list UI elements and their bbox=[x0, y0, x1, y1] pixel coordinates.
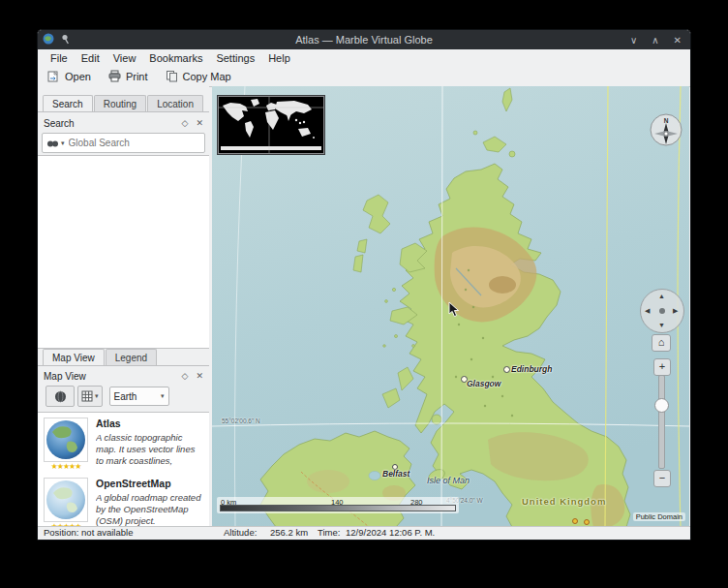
pan-down-icon[interactable]: ▼ bbox=[658, 322, 665, 328]
tab-routing[interactable]: Routing bbox=[94, 95, 146, 112]
zoom-slider-track[interactable] bbox=[658, 375, 665, 469]
pan-right-icon[interactable]: ▶ bbox=[673, 307, 678, 315]
glasgow-label: Glasgow bbox=[467, 379, 500, 388]
maximize-button[interactable]: ∧ bbox=[652, 35, 658, 46]
copy-map-button[interactable]: Copy Map bbox=[161, 68, 236, 85]
print-label: Print bbox=[126, 71, 148, 82]
status-altitude-label: Altitude: bbox=[224, 527, 257, 539]
search-panel-title: Search bbox=[44, 118, 75, 129]
theme-name: OpenStreetMap bbox=[96, 478, 204, 489]
toolbar: Open Print Copy Map bbox=[38, 67, 690, 87]
belfast-label: Belfast bbox=[382, 469, 410, 479]
tab-map-view[interactable]: Map View bbox=[43, 349, 105, 366]
tab-legend[interactable]: Legend bbox=[106, 349, 157, 366]
menu-settings[interactable]: Settings bbox=[209, 51, 261, 65]
open-button[interactable]: Open bbox=[43, 68, 96, 85]
pan-left-icon[interactable]: ◀ bbox=[645, 307, 650, 315]
search-field[interactable]: ▾ bbox=[42, 133, 205, 153]
copy-icon bbox=[166, 70, 178, 84]
status-altitude-value: 256.2 km bbox=[270, 527, 308, 539]
float-panel-icon[interactable]: ◇ bbox=[182, 371, 189, 381]
theme-name: Atlas bbox=[96, 418, 204, 429]
zoom-out-button[interactable]: − bbox=[653, 470, 671, 487]
zoom-slider-knob[interactable] bbox=[654, 398, 669, 413]
menu-file[interactable]: File bbox=[44, 51, 75, 65]
scale-gradient bbox=[220, 505, 456, 511]
theme-item-openstreetmap[interactable]: ★★★★★ OpenStreetMap A global roadmap cre… bbox=[38, 473, 209, 527]
window-title: Atlas — Marble Virtual Globe bbox=[38, 30, 690, 49]
menubar: File Edit View Bookmarks Settings Help bbox=[38, 49, 690, 67]
search-panel-header: Search ◇ ✕ bbox=[44, 116, 203, 130]
mouse-cursor-icon bbox=[448, 301, 460, 322]
menu-bookmarks[interactable]: Bookmarks bbox=[142, 51, 209, 65]
menu-help[interactable]: Help bbox=[261, 51, 297, 65]
poi-dot bbox=[572, 518, 578, 524]
pan-center-icon[interactable] bbox=[659, 308, 665, 314]
openstreetmap-thumbnail-icon bbox=[44, 478, 88, 522]
tab-location[interactable]: Location bbox=[147, 95, 203, 112]
search-results-list[interactable] bbox=[38, 155, 209, 349]
edinburgh-label: Edinburgh bbox=[511, 364, 553, 374]
isle-of-man-label: Isle of Man bbox=[427, 476, 470, 485]
close-panel-icon[interactable]: ✕ bbox=[196, 371, 203, 381]
pan-control[interactable]: ▲ ▼ ◀ ▶ bbox=[640, 289, 684, 333]
open-icon bbox=[47, 70, 60, 84]
map-view-controls: ▾ Earth ▾ bbox=[46, 386, 205, 407]
celestial-body-value: Earth bbox=[114, 391, 137, 402]
map-view-panel-title: Map View bbox=[44, 371, 86, 382]
print-button[interactable]: Print bbox=[104, 68, 153, 85]
poi-dot bbox=[584, 519, 590, 525]
united-kingdom-label: United Kingdom bbox=[522, 496, 606, 507]
status-position: Position: not available bbox=[44, 527, 133, 539]
search-input[interactable] bbox=[67, 137, 200, 149]
map-theme-list: ★★★★★ Atlas A classic topographic map. I… bbox=[38, 412, 209, 527]
projection-button[interactable] bbox=[46, 386, 75, 407]
map-canvas[interactable]: N ▲ ▼ ◀ ▶ ⌂ + − Glasgow Edinburgh Belfas… bbox=[212, 86, 689, 527]
search-scope-icon[interactable] bbox=[46, 135, 59, 152]
zoom-in-button[interactable]: + bbox=[653, 358, 671, 376]
theme-item-atlas[interactable]: ★★★★★ Atlas A classic topographic map. I… bbox=[38, 413, 209, 473]
close-panel-icon[interactable]: ✕ bbox=[196, 118, 203, 128]
map-view-panel-header: Map View ◇ ✕ bbox=[44, 369, 203, 383]
compass-icon[interactable]: N bbox=[649, 112, 683, 147]
edinburgh-marker[interactable] bbox=[503, 366, 510, 373]
float-panel-icon[interactable]: ◇ bbox=[182, 118, 189, 128]
tab-search[interactable]: Search bbox=[43, 95, 93, 112]
status-time-label: Time: bbox=[318, 527, 340, 539]
sidebar-top-tabs: Search Routing Location bbox=[38, 94, 209, 112]
status-time-value: 12/9/2024 12:06 P. M. bbox=[346, 527, 435, 539]
chevron-down-icon: ▾ bbox=[95, 392, 99, 400]
texture-layers-button[interactable]: ▾ bbox=[77, 386, 103, 407]
atlas-thumbnail-icon bbox=[44, 418, 88, 462]
grid-icon bbox=[81, 390, 93, 402]
compass-n-label: N bbox=[664, 117, 669, 124]
scale-bar: 0 km 140 280 bbox=[217, 497, 459, 513]
menu-edit[interactable]: Edit bbox=[75, 51, 106, 65]
home-button[interactable]: ⌂ bbox=[652, 334, 671, 352]
minimize-button[interactable]: ∨ bbox=[630, 35, 637, 46]
theme-description: A global roadmap created by the OpenStre… bbox=[96, 492, 204, 527]
search-scope-chevron-icon[interactable]: ▾ bbox=[61, 139, 65, 147]
open-label: Open bbox=[65, 71, 91, 82]
sidebar-bottom-tabs: Map View Legend bbox=[38, 348, 209, 366]
map-attribution: Public Domain bbox=[633, 512, 685, 521]
sidebar: Search Routing Location Search ◇ ✕ ▾ Map… bbox=[38, 86, 209, 527]
close-button[interactable]: ✕ bbox=[674, 35, 682, 46]
copy-map-label: Copy Map bbox=[183, 71, 231, 82]
globe-projection-icon bbox=[54, 390, 67, 403]
statusbar: Position: not available Altitude: 256.2 … bbox=[38, 526, 690, 540]
app-window: Atlas — Marble Virtual Globe ∨ ∧ ✕ File … bbox=[37, 29, 691, 541]
latitude-grid-label: 55°02'00.6" N bbox=[222, 418, 260, 424]
pan-up-icon[interactable]: ▲ bbox=[658, 293, 665, 299]
menu-view[interactable]: View bbox=[106, 51, 143, 65]
chevron-down-icon: ▾ bbox=[161, 392, 165, 400]
rating-stars[interactable]: ★★★★★ bbox=[44, 462, 88, 471]
print-icon bbox=[108, 70, 121, 84]
titlebar[interactable]: Atlas — Marble Virtual Globe ∨ ∧ ✕ bbox=[38, 30, 690, 49]
overview-world-map[interactable] bbox=[218, 96, 324, 154]
theme-description: A classic topographic map. It uses vecto… bbox=[96, 432, 204, 469]
celestial-body-select[interactable]: Earth ▾ bbox=[109, 387, 169, 406]
